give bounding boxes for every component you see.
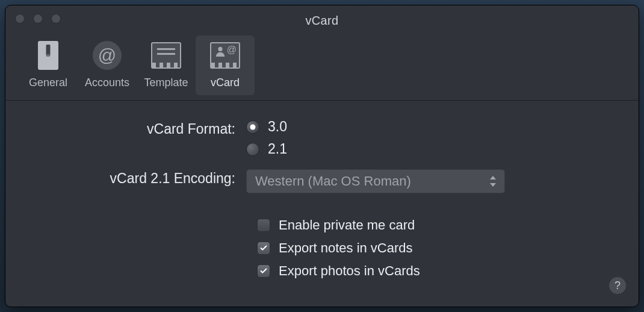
accounts-icon: @: [92, 40, 122, 70]
preferences-toolbar: General @ Accounts Template @ vCard: [5, 36, 639, 101]
checkbox-indicator-icon: [257, 242, 270, 255]
encoding-control: Western (Mac OS Roman): [246, 168, 615, 193]
radio-label: 3.0: [268, 119, 287, 135]
tab-label: General: [29, 76, 67, 89]
radio-vcard-format-21[interactable]: 2.1: [246, 141, 615, 157]
tab-accounts[interactable]: @ Accounts: [78, 36, 137, 95]
label-vcard-encoding: vCard 2.1 Encoding:: [29, 168, 246, 187]
checkbox-indicator-icon: [257, 219, 270, 232]
tab-label: Template: [144, 76, 188, 89]
vcard-icon: @: [210, 40, 240, 70]
radio-vcard-format-30[interactable]: 3.0: [246, 119, 615, 135]
tab-label: vCard: [211, 76, 240, 89]
checkbox-label: Export notes in vCards: [279, 240, 413, 256]
window-title: vCard: [5, 5, 639, 36]
radio-label: 2.1: [268, 141, 287, 157]
checkbox-export-photos[interactable]: Export photos in vCards: [257, 263, 615, 279]
vcard-format-radio-group: 3.0 2.1: [246, 119, 615, 157]
tab-template[interactable]: Template: [137, 36, 196, 95]
tab-general[interactable]: General: [19, 36, 78, 95]
preferences-window: vCard General @ Accounts Template: [5, 5, 639, 307]
close-window-button[interactable]: [15, 14, 25, 23]
row-vcard-format: vCard Format: 3.0 2.1: [29, 119, 615, 157]
encoding-select[interactable]: Western (Mac OS Roman): [246, 169, 505, 193]
titlebar: vCard: [5, 5, 639, 36]
encoding-select-value: Western (Mac OS Roman): [255, 173, 411, 189]
tab-label: Accounts: [85, 76, 129, 89]
vcard-pane: vCard Format: 3.0 2.1 vCard 2.1 Encoding…: [5, 101, 639, 279]
checkbox-enable-private-me-card[interactable]: Enable private me card: [257, 217, 615, 233]
template-icon: [151, 40, 181, 70]
checkbox-label: Export photos in vCards: [279, 263, 420, 279]
vcard-options-group: Enable private me card Export notes in v…: [257, 217, 615, 279]
label-vcard-format: vCard Format:: [29, 119, 246, 137]
row-vcard-encoding: vCard 2.1 Encoding: Western (Mac OS Roma…: [29, 168, 615, 193]
checkbox-label: Enable private me card: [279, 217, 415, 233]
svg-point-0: [218, 47, 222, 51]
radio-indicator-icon: [246, 120, 259, 134]
zoom-window-button[interactable]: [51, 14, 61, 23]
checkbox-indicator-icon: [257, 264, 270, 278]
checkbox-export-notes[interactable]: Export notes in vCards: [257, 240, 615, 256]
radio-indicator-icon: [246, 143, 259, 156]
help-button[interactable]: ?: [608, 276, 627, 295]
updown-arrows-icon: [488, 174, 498, 189]
minimize-window-button[interactable]: [33, 14, 43, 23]
tab-vcard[interactable]: @ vCard: [196, 36, 255, 95]
help-icon: ?: [615, 279, 621, 292]
window-controls: [15, 14, 61, 23]
general-icon: [33, 40, 63, 70]
